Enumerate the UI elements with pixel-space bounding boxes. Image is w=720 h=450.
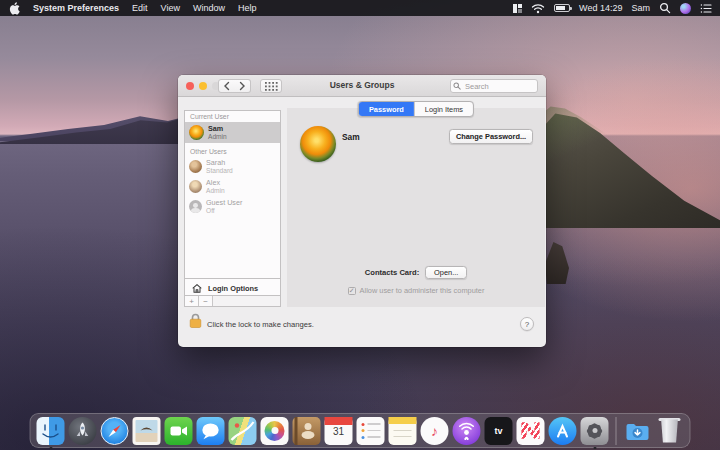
current-user-header: Current User bbox=[190, 113, 229, 120]
user-row-alex[interactable]: AlexAdmin bbox=[185, 176, 280, 196]
dock-icon-safari[interactable] bbox=[101, 417, 129, 445]
dock-icon-contacts[interactable] bbox=[293, 417, 321, 445]
dock-icon-notes[interactable] bbox=[389, 417, 417, 445]
dock-separator bbox=[616, 417, 617, 445]
user-list-toolbar: + − bbox=[185, 295, 280, 306]
user-name: Sarah bbox=[206, 158, 233, 167]
contacts-card-row: Contacts Card: Open... bbox=[287, 266, 545, 279]
main-user-name: Sam bbox=[342, 132, 360, 142]
menu-app-name[interactable]: System Preferences bbox=[33, 3, 119, 13]
video-camera-glyph bbox=[165, 417, 193, 445]
calendar-day: 31 bbox=[325, 426, 353, 437]
guest-avatar bbox=[189, 200, 202, 213]
tab-password[interactable]: Password bbox=[359, 102, 414, 116]
dock-icon-podcasts[interactable] bbox=[453, 417, 481, 445]
contacts-card-label: Contacts Card: bbox=[365, 268, 419, 277]
siri-icon[interactable] bbox=[680, 3, 691, 14]
a-glyph bbox=[549, 417, 577, 445]
wifi-icon[interactable] bbox=[531, 3, 545, 14]
menu-view[interactable]: View bbox=[161, 3, 180, 13]
window-footer: Click the lock to make changes. ? bbox=[178, 309, 546, 347]
dock-icon-finder[interactable] bbox=[37, 417, 65, 445]
dock-icon-app-store[interactable] bbox=[549, 417, 577, 445]
user-role: Admin bbox=[208, 133, 227, 141]
menu-user[interactable]: Sam bbox=[631, 3, 650, 13]
admin-checkbox-row: ✓ Allow user to administer this computer bbox=[287, 286, 545, 295]
dock-icon-music[interactable]: ♪ bbox=[421, 417, 449, 445]
change-password-button[interactable]: Change Password... bbox=[449, 129, 533, 144]
spotlight-icon[interactable] bbox=[659, 2, 671, 14]
help-button[interactable]: ? bbox=[520, 317, 534, 331]
users-groups-window: Users & Groups Current User SamAdmin Oth… bbox=[178, 75, 546, 347]
dock-icon-launchpad[interactable] bbox=[69, 417, 97, 445]
menu-clock[interactable]: Wed 14:29 bbox=[579, 3, 622, 13]
tv-label: tv bbox=[485, 417, 513, 445]
rocket-glyph bbox=[69, 417, 97, 445]
finder-face bbox=[37, 417, 65, 445]
sarah-avatar bbox=[189, 160, 202, 173]
user-avatar-large[interactable] bbox=[300, 126, 336, 162]
screen: System Preferences Edit View Window Help… bbox=[0, 0, 720, 450]
dock-icon-tv[interactable]: tv bbox=[485, 417, 513, 445]
title-bar[interactable]: Users & Groups bbox=[178, 75, 546, 97]
lock-icon[interactable] bbox=[187, 312, 204, 331]
dock-icon-maps[interactable] bbox=[229, 417, 257, 445]
user-role: Off bbox=[206, 207, 242, 215]
user-name: Guest User bbox=[206, 198, 242, 207]
menu-window[interactable]: Window bbox=[193, 3, 225, 13]
dock-icon-news[interactable] bbox=[517, 417, 545, 445]
alex-avatar bbox=[189, 180, 202, 193]
dock-icon-calendar[interactable]: 31 bbox=[325, 417, 353, 445]
trash-bin-glyph bbox=[660, 419, 680, 443]
music-note-glyph: ♪ bbox=[421, 417, 449, 445]
search-icon bbox=[453, 82, 461, 90]
menu-bar: System Preferences Edit View Window Help… bbox=[0, 0, 720, 16]
menu-help[interactable]: Help bbox=[238, 3, 257, 13]
user-list-sidebar: Current User SamAdmin Other Users SarahS… bbox=[184, 110, 281, 307]
notification-center-icon[interactable] bbox=[700, 3, 712, 14]
user-role: Admin bbox=[206, 187, 225, 195]
dock-icon-system-preferences[interactable] bbox=[581, 417, 609, 445]
tab-bar: Password Login Items bbox=[358, 101, 474, 117]
contact-silhouette bbox=[304, 423, 311, 430]
user-row-sarah[interactable]: SarahStandard bbox=[185, 156, 280, 176]
dock-icon-messages[interactable] bbox=[197, 417, 225, 445]
admin-checkbox[interactable]: ✓ bbox=[348, 287, 356, 295]
dock: 31 ♪ tv bbox=[30, 413, 691, 448]
add-user-button[interactable]: + bbox=[185, 296, 199, 306]
home-icon bbox=[191, 282, 203, 294]
user-role: Standard bbox=[206, 167, 233, 175]
dock-icon-facetime[interactable] bbox=[165, 417, 193, 445]
menu-edit[interactable]: Edit bbox=[132, 3, 148, 13]
tab-login-items[interactable]: Login Items bbox=[414, 102, 473, 116]
remove-user-button[interactable]: − bbox=[199, 296, 213, 306]
compass-needle bbox=[101, 417, 129, 445]
status-grid-icon[interactable] bbox=[513, 4, 522, 13]
password-pane: Password Login Items Sam Change Password… bbox=[287, 108, 545, 307]
user-name: Alex bbox=[206, 178, 225, 187]
speech-bubble-glyph bbox=[197, 417, 225, 445]
admin-checkbox-label: Allow user to administer this computer bbox=[360, 286, 485, 295]
battery-icon[interactable] bbox=[554, 4, 570, 12]
dock-icon-photos[interactable] bbox=[261, 417, 289, 445]
dock-icon-reminders[interactable] bbox=[357, 417, 385, 445]
user-name: Sam bbox=[208, 124, 227, 133]
open-contacts-button[interactable]: Open... bbox=[425, 266, 467, 279]
user-row-sam[interactable]: SamAdmin bbox=[185, 122, 280, 143]
lock-hint-text: Click the lock to make changes. bbox=[207, 320, 314, 329]
dock-icon-mail[interactable] bbox=[133, 417, 161, 445]
downloads-folder-glyph bbox=[624, 417, 652, 445]
eagle-glyph bbox=[133, 417, 161, 445]
search-field-wrap bbox=[450, 79, 538, 93]
dock-icon-trash[interactable] bbox=[656, 417, 684, 445]
broadcast-glyph bbox=[453, 417, 481, 445]
road-glyph bbox=[229, 417, 257, 445]
apple-menu-icon[interactable] bbox=[9, 2, 20, 15]
other-users-header: Other Users bbox=[190, 148, 227, 155]
dock-icon-downloads[interactable] bbox=[624, 417, 652, 445]
sam-avatar bbox=[189, 125, 204, 140]
search-input[interactable] bbox=[450, 79, 538, 93]
user-row-guest[interactable]: Guest UserOff bbox=[185, 196, 280, 216]
login-options-label: Login Options bbox=[208, 284, 258, 293]
